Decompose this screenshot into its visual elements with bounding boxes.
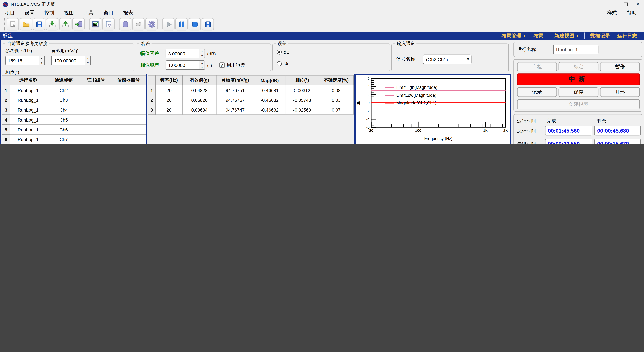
open-folder-icon: [22, 20, 30, 28]
magnitude-chart[interactable]: 6420-2-4-6201001K2KLimitHigh(Magnitude)L…: [356, 75, 510, 142]
run-name-input[interactable]: RunLog_1: [553, 45, 598, 54]
clear-button[interactable]: [132, 18, 144, 30]
run-play-button[interactable]: [162, 18, 174, 30]
minimize-button[interactable]: —: [607, 0, 619, 8]
col-sensor-no[interactable]: 传感器编号: [111, 75, 146, 85]
open-loop-button[interactable]: 开环: [600, 87, 640, 97]
col-uncertainty[interactable]: 不确定度(%): [319, 75, 354, 85]
selfcheck-button[interactable]: 自检: [517, 62, 557, 71]
menu-style[interactable]: 样式: [602, 9, 622, 16]
table-row[interactable]: 6RunLog_1Ch7: [2, 134, 146, 144]
save-button[interactable]: [33, 18, 45, 30]
layout-button[interactable]: 布局: [534, 32, 544, 39]
create-report-button[interactable]: 创建报表: [517, 99, 640, 109]
table-row[interactable]: 1200.0482894.76751-0.466810.003120.08: [148, 85, 353, 95]
record-button[interactable]: 记录: [517, 87, 557, 97]
menu-window[interactable]: 窗口: [98, 9, 118, 16]
database-button[interactable]: [119, 18, 131, 30]
run-log-button[interactable]: 运行日志: [617, 32, 637, 39]
error-db-radio[interactable]: [277, 50, 282, 54]
table-row[interactable]: 4RunLog_1Ch5: [2, 115, 146, 125]
total-time-remain: 00:00:45.680: [594, 126, 641, 135]
open-project-button[interactable]: [20, 18, 32, 30]
signal-name-label: 信号名称: [396, 56, 423, 62]
col-channel-label[interactable]: 通道标签: [46, 75, 81, 85]
table-row[interactable]: 5RunLog_1Ch6: [2, 125, 146, 134]
data-record-button[interactable]: 数据记录: [590, 32, 610, 39]
export-button[interactable]: [59, 18, 72, 30]
spinner-buttons[interactable]: ▲▼: [38, 56, 44, 65]
abort-button[interactable]: 中断: [517, 73, 640, 85]
svg-text:-2: -2: [366, 109, 370, 113]
chart-view-button[interactable]: [89, 18, 101, 30]
menu-settings[interactable]: 设置: [20, 9, 40, 16]
col-frequency[interactable]: 频率(Hz): [156, 75, 183, 85]
amp-tolerance-stepper[interactable]: ▲▼: [166, 49, 205, 58]
tolerance-group: 容差 幅值容差 ▲▼ (dB) 相位容差 ▲▼: [136, 43, 271, 71]
import-button[interactable]: [46, 18, 58, 30]
input-channel-group: 输入通道 信号名称 (Ch2,Ch1)▼: [392, 43, 509, 71]
section-header: 标定 布局管理▼ 布局 新建视图▼ 数据记录 运行日志: [0, 32, 644, 40]
col-cert-no[interactable]: 证书编号: [81, 75, 111, 85]
col-rms[interactable]: 有效值(g): [183, 75, 216, 85]
eraser-icon: [134, 20, 142, 28]
col-sensitivity[interactable]: 灵敏度(mV/g): [216, 75, 254, 85]
import-database-button[interactable]: [72, 18, 84, 30]
table-row[interactable]: 2200.0682094.76767-0.46682-0.057480.03: [148, 95, 353, 105]
spinner-buttons[interactable]: ▲▼: [199, 61, 204, 69]
error-percent-radio[interactable]: [277, 61, 282, 66]
title-bar: NTS.LAB.VCS 正式版 — ✕: [0, 0, 644, 8]
menu-tools[interactable]: 工具: [79, 9, 98, 16]
unit-label: (°): [207, 62, 212, 67]
save-icon: [35, 20, 43, 28]
pause-icon: [178, 20, 186, 28]
group-title: 误差: [276, 40, 288, 47]
svg-text:4: 4: [368, 84, 370, 89]
save-data-button[interactable]: [202, 18, 214, 30]
toolbar: [0, 17, 644, 31]
save-run-button[interactable]: 保存: [559, 87, 598, 97]
new-view-button[interactable]: 新建视图▼: [554, 32, 579, 39]
menu-bar: 项目 设置 控制 视图 工具 窗口 报表 样式 帮助: [0, 8, 644, 17]
close-button[interactable]: ✕: [632, 0, 644, 8]
svg-text:LimitHigh(Magnitude): LimitHigh(Magnitude): [396, 85, 437, 90]
frequency-charts-panel: 6420-2-4-6201001K2KLimitHigh(Magnitude)L…: [355, 74, 510, 144]
amp-tolerance-label: 幅值容差: [140, 50, 166, 57]
stop-icon: [191, 20, 199, 28]
layout-manage-button[interactable]: 布局管理▼: [502, 32, 526, 39]
svg-text:dB: dB: [356, 100, 360, 105]
ref-frequency-stepper[interactable]: ▲▼: [5, 56, 45, 65]
spinner-buttons[interactable]: ▲▼: [199, 49, 204, 58]
enable-tolerance-checkbox[interactable]: ✔: [219, 62, 225, 68]
pause-button[interactable]: [176, 18, 188, 30]
spinner-buttons[interactable]: ▲▼: [85, 56, 90, 65]
sensitivity-stepper[interactable]: ▲▼: [52, 56, 91, 65]
col-mag[interactable]: Mag(dB): [254, 75, 285, 85]
svg-text:2K: 2K: [503, 128, 508, 133]
menu-project[interactable]: 项目: [0, 9, 20, 16]
window-title: NTS.LAB.VCS 正式版: [11, 1, 55, 7]
menu-help[interactable]: 帮助: [622, 9, 642, 16]
table-row[interactable]: 3RunLog_1Ch4: [2, 105, 146, 115]
table-row[interactable]: 3200.0963494.76747-0.46682-0.025690.07: [148, 105, 353, 115]
col-phase[interactable]: 相位(°): [285, 75, 319, 85]
runtime-header: 运行时间: [517, 118, 536, 124]
stop-button[interactable]: [188, 18, 201, 30]
settings-button[interactable]: [146, 18, 158, 30]
calibrate-button[interactable]: 标定: [559, 62, 598, 71]
table-row[interactable]: 2RunLog_1Ch3: [2, 95, 146, 105]
pause-run-button[interactable]: 暂停: [600, 62, 640, 71]
menu-view[interactable]: 视图: [59, 9, 79, 16]
phase-tolerance-stepper[interactable]: ▲▼: [166, 60, 205, 70]
import-database-icon: [74, 20, 82, 28]
col-run-name[interactable]: 运行名称: [10, 75, 46, 85]
ref-sensitivity-group: 当前通道参考灵敏度 参考频率(Hz) ▲▼ 灵敏度(mV/g) ▲▼: [2, 43, 134, 71]
menu-report[interactable]: 报表: [118, 9, 138, 16]
signal-name-select[interactable]: (Ch2,Ch1)▼: [423, 55, 472, 64]
menu-control[interactable]: 控制: [40, 9, 59, 16]
report-button[interactable]: [102, 18, 114, 30]
maximize-button[interactable]: [619, 0, 632, 8]
new-file-button[interactable]: [6, 18, 19, 30]
table-row[interactable]: 1RunLog_1Ch2: [2, 85, 146, 95]
run-buttons-group: 自检 标定 暂停 中断 记录 保存 开环 创建报表: [513, 59, 642, 112]
